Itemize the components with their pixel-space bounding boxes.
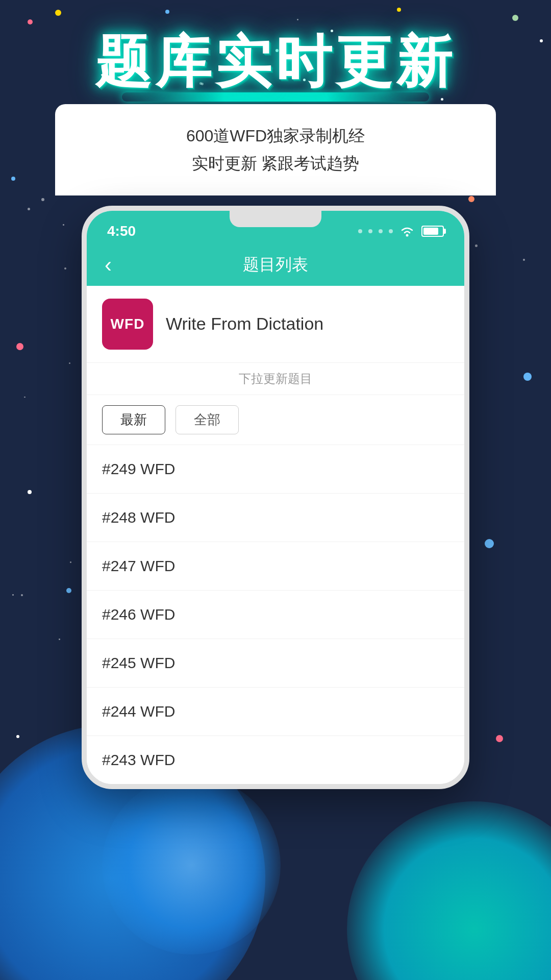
info-card: 600道WFD独家录制机经 实时更新 紧跟考试趋势 — [55, 104, 496, 195]
svg-point-0 — [406, 234, 409, 236]
banner-title: 题库实时更新 — [95, 31, 456, 92]
phone-content: WFD Write From Dictation 下拉更新题目 最新 全部 #2… — [87, 286, 464, 784]
signal-dot-1 — [358, 229, 362, 233]
pull-hint: 下拉更新题目 — [87, 363, 464, 395]
banner-underline — [122, 92, 429, 102]
signal-dot-4 — [389, 229, 393, 233]
banner-title-container: 题库实时更新 — [95, 31, 456, 102]
wfd-title: Write From Dictation — [166, 314, 323, 334]
signal-dot-2 — [368, 229, 372, 233]
phone-notch — [230, 211, 321, 227]
list-item[interactable]: #246 WFD — [87, 591, 464, 639]
list-container: #249 WFD#248 WFD#247 WFD#246 WFD#245 WFD… — [87, 445, 464, 784]
signal-dot-3 — [379, 229, 383, 233]
battery-icon — [421, 226, 444, 237]
status-icons — [358, 225, 444, 237]
phone-mockup: 4:50 ‹ 题目列表 — [82, 206, 469, 789]
wifi-icon — [399, 225, 415, 237]
page-wrapper: 题库实时更新 600道WFD独家录制机经 实时更新 紧跟考试趋势 4:50 — [0, 0, 551, 980]
list-item[interactable]: #249 WFD — [87, 445, 464, 494]
subtitle-line2: 实时更新 紧跟考试趋势 — [192, 154, 360, 173]
nav-title: 题目列表 — [243, 254, 308, 276]
list-item[interactable]: #243 WFD — [87, 736, 464, 784]
subtitle-line1: 600道WFD独家录制机经 — [186, 127, 365, 145]
back-button[interactable]: ‹ — [105, 254, 112, 276]
filter-tab-latest[interactable]: 最新 — [102, 405, 165, 434]
top-banner: 题库实时更新 600道WFD独家录制机经 实时更新 紧跟考试趋势 — [0, 0, 551, 195]
status-time: 4:50 — [107, 223, 136, 239]
list-item[interactable]: #244 WFD — [87, 688, 464, 736]
list-item[interactable]: #245 WFD — [87, 639, 464, 688]
wfd-header: WFD Write From Dictation — [87, 286, 464, 363]
list-item[interactable]: #247 WFD — [87, 542, 464, 591]
battery-fill — [423, 228, 438, 235]
wfd-icon-badge: WFD — [102, 299, 153, 350]
filter-tabs: 最新 全部 — [87, 395, 464, 445]
wfd-icon-text: WFD — [111, 316, 145, 332]
nav-bar: ‹ 题目列表 — [87, 244, 464, 286]
info-card-text: 600道WFD独家录制机经 实时更新 紧跟考试趋势 — [86, 122, 465, 178]
filter-tab-all[interactable]: 全部 — [176, 405, 239, 434]
list-item[interactable]: #248 WFD — [87, 494, 464, 542]
